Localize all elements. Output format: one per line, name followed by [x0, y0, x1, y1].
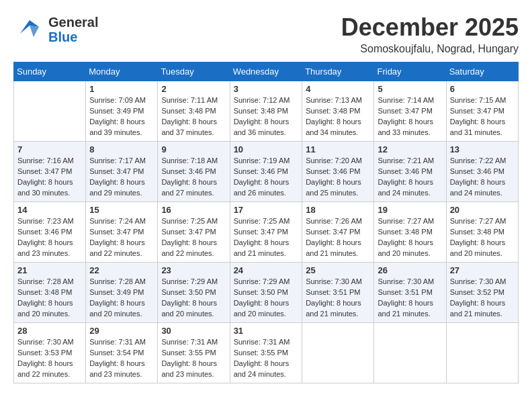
calendar-cell: 15Sunrise: 7:24 AMSunset: 3:47 PMDayligh…: [86, 202, 158, 263]
calendar-cell: 19Sunrise: 7:27 AMSunset: 3:48 PMDayligh…: [374, 202, 446, 263]
day-header-tuesday: Tuesday: [158, 62, 230, 81]
day-info: Sunrise: 7:28 AMSunset: 3:49 PMDaylight:…: [89, 277, 154, 320]
calendar-header-row: SundayMondayTuesdayWednesdayThursdayFrid…: [14, 62, 519, 81]
calendar-cell: [446, 323, 518, 383]
calendar-table: SundayMondayTuesdayWednesdayThursdayFrid…: [13, 62, 519, 383]
day-number: 12: [378, 144, 442, 154]
day-number: 2: [161, 84, 226, 94]
svg-marker-1: [30, 26, 39, 37]
logo-text: General Blue: [48, 15, 98, 44]
logo-general: General: [48, 15, 98, 30]
calendar-cell: 29Sunrise: 7:31 AMSunset: 3:54 PMDayligh…: [86, 323, 158, 383]
day-info: Sunrise: 7:30 AMSunset: 3:53 PMDaylight:…: [17, 337, 82, 380]
day-number: 19: [378, 205, 442, 215]
calendar-week-row: 28Sunrise: 7:30 AMSunset: 3:53 PMDayligh…: [14, 323, 519, 383]
day-info: Sunrise: 7:28 AMSunset: 3:48 PMDaylight:…: [17, 277, 82, 320]
calendar-cell: [14, 81, 86, 142]
calendar-cell: 5Sunrise: 7:14 AMSunset: 3:47 PMDaylight…: [374, 81, 446, 142]
day-info: Sunrise: 7:20 AMSunset: 3:46 PMDaylight:…: [306, 156, 370, 199]
calendar-cell: 10Sunrise: 7:19 AMSunset: 3:46 PMDayligh…: [230, 142, 302, 202]
day-number: 22: [89, 265, 154, 275]
day-header-friday: Friday: [374, 62, 446, 81]
day-info: Sunrise: 7:31 AMSunset: 3:55 PMDaylight:…: [234, 337, 299, 380]
day-number: 11: [306, 144, 370, 154]
month-title: December 2025: [341, 13, 519, 42]
calendar-cell: 6Sunrise: 7:15 AMSunset: 3:47 PMDaylight…: [446, 81, 518, 142]
day-info: Sunrise: 7:27 AMSunset: 3:48 PMDaylight:…: [450, 216, 515, 259]
logo-blue: Blue: [48, 30, 77, 44]
day-info: Sunrise: 7:25 AMSunset: 3:47 PMDaylight:…: [161, 216, 226, 259]
day-info: Sunrise: 7:11 AMSunset: 3:48 PMDaylight:…: [161, 95, 226, 138]
day-number: 16: [161, 205, 226, 215]
calendar-cell: 27Sunrise: 7:30 AMSunset: 3:52 PMDayligh…: [446, 263, 518, 323]
day-info: Sunrise: 7:09 AMSunset: 3:49 PMDaylight:…: [89, 95, 154, 138]
calendar-week-row: 14Sunrise: 7:23 AMSunset: 3:46 PMDayligh…: [14, 202, 519, 263]
day-number: 14: [17, 205, 82, 215]
day-info: Sunrise: 7:25 AMSunset: 3:47 PMDaylight:…: [234, 216, 299, 259]
day-number: 8: [89, 144, 154, 154]
day-number: 23: [161, 265, 226, 275]
day-info: Sunrise: 7:15 AMSunset: 3:47 PMDaylight:…: [450, 95, 515, 138]
day-info: Sunrise: 7:30 AMSunset: 3:51 PMDaylight:…: [306, 277, 370, 320]
calendar-cell: 11Sunrise: 7:20 AMSunset: 3:46 PMDayligh…: [302, 142, 374, 202]
calendar-cell: 25Sunrise: 7:30 AMSunset: 3:51 PMDayligh…: [302, 263, 374, 323]
day-header-monday: Monday: [86, 62, 158, 81]
day-info: Sunrise: 7:17 AMSunset: 3:47 PMDaylight:…: [89, 156, 154, 199]
day-number: 18: [306, 205, 370, 215]
day-number: 27: [450, 265, 515, 275]
day-info: Sunrise: 7:31 AMSunset: 3:54 PMDaylight:…: [89, 337, 154, 380]
page-header: General Blue December 2025 Somoskoujfalu…: [13, 13, 519, 55]
day-number: 1: [89, 84, 154, 94]
day-info: Sunrise: 7:29 AMSunset: 3:50 PMDaylight:…: [161, 277, 226, 320]
day-info: Sunrise: 7:30 AMSunset: 3:52 PMDaylight:…: [450, 277, 515, 320]
day-number: 30: [161, 326, 226, 336]
day-info: Sunrise: 7:26 AMSunset: 3:47 PMDaylight:…: [306, 216, 370, 259]
day-number: 21: [17, 265, 82, 275]
calendar-week-row: 21Sunrise: 7:28 AMSunset: 3:48 PMDayligh…: [14, 263, 519, 323]
day-info: Sunrise: 7:23 AMSunset: 3:46 PMDaylight:…: [17, 216, 82, 259]
day-number: 5: [378, 84, 442, 94]
calendar-cell: 18Sunrise: 7:26 AMSunset: 3:47 PMDayligh…: [302, 202, 374, 263]
day-info: Sunrise: 7:31 AMSunset: 3:55 PMDaylight:…: [161, 337, 226, 380]
day-number: 13: [450, 144, 515, 154]
calendar-cell: 14Sunrise: 7:23 AMSunset: 3:46 PMDayligh…: [14, 202, 86, 263]
calendar-cell: 28Sunrise: 7:30 AMSunset: 3:53 PMDayligh…: [14, 323, 86, 383]
day-info: Sunrise: 7:30 AMSunset: 3:51 PMDaylight:…: [378, 277, 442, 320]
day-number: 28: [17, 326, 82, 336]
calendar-cell: 23Sunrise: 7:29 AMSunset: 3:50 PMDayligh…: [158, 263, 230, 323]
calendar-cell: 8Sunrise: 7:17 AMSunset: 3:47 PMDaylight…: [86, 142, 158, 202]
day-number: 25: [306, 265, 370, 275]
logo: General Blue: [13, 13, 98, 46]
day-info: Sunrise: 7:27 AMSunset: 3:48 PMDaylight:…: [378, 216, 442, 259]
location-subtitle: Somoskoujfalu, Nograd, Hungary: [341, 43, 519, 55]
day-info: Sunrise: 7:24 AMSunset: 3:47 PMDaylight:…: [89, 216, 154, 259]
calendar-cell: [374, 323, 446, 383]
day-info: Sunrise: 7:12 AMSunset: 3:48 PMDaylight:…: [234, 95, 299, 138]
calendar-cell: 2Sunrise: 7:11 AMSunset: 3:48 PMDaylight…: [158, 81, 230, 142]
day-number: 31: [234, 326, 299, 336]
calendar-cell: 13Sunrise: 7:22 AMSunset: 3:46 PMDayligh…: [446, 142, 518, 202]
day-header-saturday: Saturday: [446, 62, 518, 81]
calendar-cell: 21Sunrise: 7:28 AMSunset: 3:48 PMDayligh…: [14, 263, 86, 323]
day-info: Sunrise: 7:13 AMSunset: 3:48 PMDaylight:…: [306, 95, 370, 138]
calendar-cell: 26Sunrise: 7:30 AMSunset: 3:51 PMDayligh…: [374, 263, 446, 323]
title-section: December 2025 Somoskoujfalu, Nograd, Hun…: [341, 13, 519, 55]
day-number: 29: [89, 326, 154, 336]
day-number: 10: [234, 144, 299, 154]
calendar-cell: 17Sunrise: 7:25 AMSunset: 3:47 PMDayligh…: [230, 202, 302, 263]
day-info: Sunrise: 7:21 AMSunset: 3:46 PMDaylight:…: [378, 156, 442, 199]
day-number: 26: [378, 265, 442, 275]
day-header-sunday: Sunday: [14, 62, 86, 81]
calendar-week-row: 1Sunrise: 7:09 AMSunset: 3:49 PMDaylight…: [14, 81, 519, 142]
calendar-cell: 16Sunrise: 7:25 AMSunset: 3:47 PMDayligh…: [158, 202, 230, 263]
day-number: 24: [234, 265, 299, 275]
day-info: Sunrise: 7:14 AMSunset: 3:47 PMDaylight:…: [378, 95, 442, 138]
day-number: 9: [161, 144, 226, 154]
calendar-cell: 31Sunrise: 7:31 AMSunset: 3:55 PMDayligh…: [230, 323, 302, 383]
day-header-wednesday: Wednesday: [230, 62, 302, 81]
day-info: Sunrise: 7:29 AMSunset: 3:50 PMDaylight:…: [234, 277, 299, 320]
calendar-cell: 4Sunrise: 7:13 AMSunset: 3:48 PMDaylight…: [302, 81, 374, 142]
calendar-cell: 3Sunrise: 7:12 AMSunset: 3:48 PMDaylight…: [230, 81, 302, 142]
calendar-week-row: 7Sunrise: 7:16 AMSunset: 3:47 PMDaylight…: [14, 142, 519, 202]
calendar-cell: 24Sunrise: 7:29 AMSunset: 3:50 PMDayligh…: [230, 263, 302, 323]
